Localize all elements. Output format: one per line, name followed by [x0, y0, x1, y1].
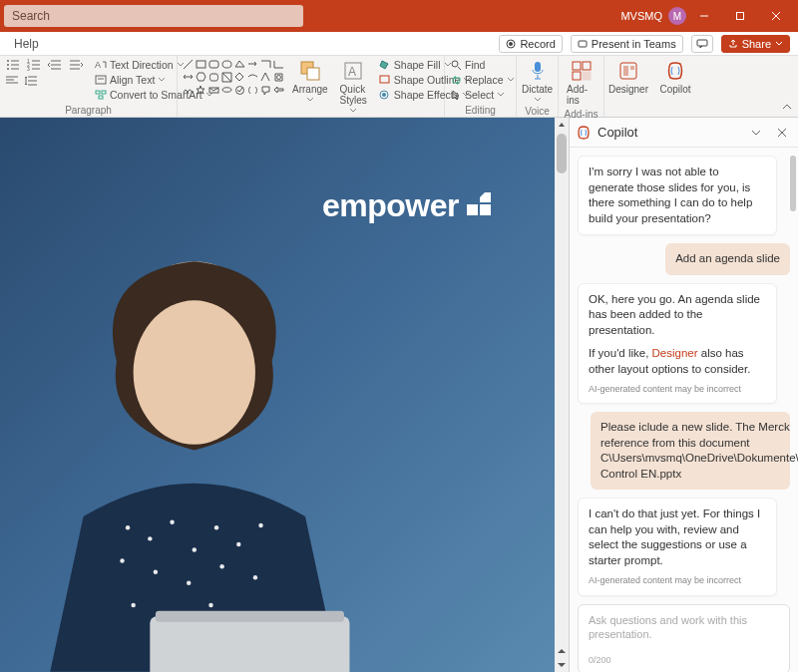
copilot-scrollbar[interactable] [790, 156, 796, 211]
prev-slide-button[interactable] [557, 644, 567, 658]
svg-point-66 [170, 520, 174, 524]
svg-point-52 [452, 61, 458, 67]
line-spacing-button[interactable] [23, 75, 39, 87]
copilot-close-button[interactable] [772, 123, 792, 143]
copilot-message-assistant: I'm sorry I was not able to generate tho… [578, 156, 777, 235]
share-button[interactable]: Share [721, 35, 790, 53]
minimize-button[interactable] [686, 0, 722, 32]
svg-rect-81 [156, 611, 344, 622]
svg-rect-80 [150, 616, 349, 672]
scroll-track[interactable] [555, 132, 569, 644]
copilot-pane: Copilot I'm sorry I was not able to gene… [569, 118, 798, 672]
svg-point-72 [153, 570, 157, 574]
increase-indent-button[interactable] [67, 58, 85, 72]
search-input[interactable]: Search [4, 5, 303, 27]
scroll-thumb[interactable] [557, 134, 567, 173]
svg-rect-55 [573, 62, 581, 70]
slide-area: empower [0, 118, 569, 672]
copilot-message-assistant: I can't do that just yet. For things I c… [578, 498, 777, 595]
smartart-icon [95, 90, 107, 100]
ribbon-group-editing: Find Replace Select Editing [445, 56, 517, 117]
svg-point-70 [258, 523, 262, 527]
svg-point-8 [7, 60, 9, 62]
svg-point-68 [214, 525, 218, 529]
record-button[interactable]: Record [499, 35, 562, 53]
svg-point-76 [131, 603, 135, 607]
svg-rect-39 [197, 61, 205, 68]
svg-point-75 [253, 575, 257, 579]
secondary-bar: Help Record Present in Teams Share [0, 32, 798, 56]
ribbon-group-label: Voice [521, 105, 554, 118]
designer-link[interactable]: Designer [652, 347, 698, 359]
ribbon-group-drawing: Arrange A Quick Styles Shape Fill Shape … [178, 56, 445, 117]
svg-rect-83 [480, 204, 491, 215]
copilot-button[interactable]: Copilot [655, 58, 694, 97]
ribbon-collapse-button[interactable] [780, 101, 794, 115]
replace-icon [451, 75, 462, 86]
svg-rect-7 [697, 40, 707, 46]
svg-rect-61 [630, 66, 634, 70]
logo-text: empower [322, 187, 459, 224]
scroll-up-button[interactable] [558, 118, 566, 132]
arrange-button[interactable]: Arrange [288, 58, 332, 105]
vertical-scrollbar[interactable] [555, 118, 569, 672]
bullets-button[interactable] [4, 58, 22, 72]
svg-rect-49 [380, 76, 389, 83]
replace-button[interactable]: Replace [449, 73, 517, 87]
dictate-button[interactable]: Dictate [518, 58, 557, 105]
quick-styles-button[interactable]: A Quick Styles [336, 58, 371, 116]
find-button[interactable]: Find [449, 58, 517, 72]
present-teams-button[interactable]: Present in Teams [571, 35, 683, 53]
avatar: M [668, 7, 686, 25]
ribbon-group-copilot: Copilot [652, 56, 698, 117]
addins-button[interactable]: Add-ins [563, 58, 599, 108]
copilot-input-placeholder: Ask questions and work with this present… [589, 613, 779, 642]
decrease-indent-button[interactable] [46, 58, 64, 72]
username: MVSMQ [620, 10, 662, 22]
svg-rect-6 [579, 41, 587, 47]
numbering-button[interactable]: 123 [25, 58, 43, 72]
copilot-message-user: Add an agenda slide [665, 243, 790, 275]
svg-rect-36 [102, 91, 106, 94]
close-button[interactable] [758, 0, 794, 32]
svg-point-67 [192, 547, 196, 551]
slide-canvas[interactable]: empower [0, 118, 555, 672]
copilot-input[interactable]: Ask questions and work with this present… [578, 604, 790, 672]
svg-point-51 [382, 93, 386, 97]
comment-icon [696, 39, 708, 49]
svg-rect-57 [573, 72, 581, 80]
text-direction-icon: A [95, 60, 107, 70]
teams-icon [578, 39, 588, 49]
ribbon-group-designer: Designer [604, 56, 652, 117]
svg-rect-35 [96, 91, 100, 94]
svg-point-10 [7, 64, 9, 66]
copilot-icon [664, 60, 686, 82]
svg-text:A: A [95, 60, 101, 70]
copilot-expand-button[interactable] [746, 123, 766, 143]
shapes-gallery[interactable] [182, 58, 284, 96]
svg-rect-1 [737, 13, 744, 20]
comments-button[interactable] [691, 35, 713, 53]
ribbon-group-paragraph: 123 AText Direction Align Text Convert t… [0, 56, 178, 117]
user-account[interactable]: MVSMQ M [620, 7, 686, 25]
svg-rect-46 [307, 68, 319, 80]
maximize-button[interactable] [722, 0, 758, 32]
record-icon [506, 39, 516, 49]
svg-point-71 [120, 559, 124, 563]
align-left-button[interactable] [4, 75, 20, 87]
next-slide-button[interactable] [557, 658, 567, 672]
tab-help[interactable]: Help [8, 35, 45, 53]
svg-line-53 [458, 67, 461, 70]
svg-rect-82 [467, 204, 478, 215]
designer-button[interactable]: Designer [604, 58, 652, 97]
copilot-header: Copilot [570, 118, 798, 148]
ribbon-group-voice: Dictate Voice [517, 56, 559, 117]
svg-point-64 [126, 525, 130, 529]
copilot-char-counter: 0/200 [589, 655, 779, 665]
copilot-message-assistant: OK, here you go. An agenda slide has bee… [578, 283, 777, 405]
select-button[interactable]: Select [449, 88, 517, 102]
copilot-logo-icon [576, 125, 592, 141]
svg-point-78 [208, 603, 212, 607]
ribbon: 123 AText Direction Align Text Convert t… [0, 56, 798, 118]
slide-logo: empower [322, 187, 495, 224]
